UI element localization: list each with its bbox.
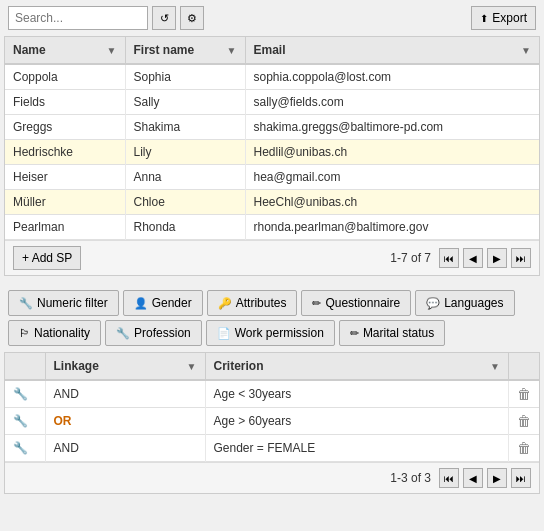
settings-button[interactable]: ⚙	[180, 6, 204, 30]
main-table-section: Name ▼ First name ▼ Email ▼	[4, 36, 540, 276]
sort-arrow-linkage: ▼	[187, 361, 197, 372]
criteria-pagination: 1-3 of 3 ⏮ ◀ ▶ ⏭	[390, 468, 531, 488]
cell-firstname: Sophia	[125, 64, 245, 90]
criteria-col-criterion[interactable]: Criterion ▼	[205, 353, 509, 380]
cell-email: HeeChl@unibas.ch	[245, 190, 539, 215]
filter-tab-icon: 👤	[134, 297, 148, 310]
cell-email: sally@fields.com	[245, 90, 539, 115]
criteria-cell-delete[interactable]: 🗑	[509, 435, 540, 462]
refresh-button[interactable]: ↺	[152, 6, 176, 30]
crit-pag-last[interactable]: ⏭	[511, 468, 531, 488]
export-button[interactable]: ⬆ Export	[471, 6, 536, 30]
add-sp-button[interactable]: + Add SP	[13, 246, 81, 270]
criteria-cell-icon: 🔧	[5, 380, 45, 408]
criteria-cell-criterion: Age > 60years	[205, 408, 509, 435]
wrench-icon: 🔧	[13, 387, 28, 401]
criteria-row: 🔧 AND Gender = FEMALE 🗑	[5, 435, 539, 462]
cell-email: sophia.coppola@lost.com	[245, 64, 539, 90]
cell-email: shakima.greggs@baltimore-pd.com	[245, 115, 539, 140]
main-table: Name ▼ First name ▼ Email ▼	[5, 37, 539, 240]
cell-email: Hedlil@unibas.ch	[245, 140, 539, 165]
export-label: Export	[492, 11, 527, 25]
filter-tab-icon: 🏳	[19, 327, 30, 339]
filter-tab-gender[interactable]: 👤Gender	[123, 290, 203, 316]
filter-tab-label: Numeric filter	[37, 296, 108, 310]
crit-pag-prev[interactable]: ◀	[463, 468, 483, 488]
filter-tab-label: Profession	[134, 326, 191, 340]
cell-firstname: Chloe	[125, 190, 245, 215]
cell-name: Coppola	[5, 64, 125, 90]
export-icon: ⬆	[480, 13, 488, 24]
cell-name: Heiser	[5, 165, 125, 190]
filter-tab-profession[interactable]: 🔧Profession	[105, 320, 202, 346]
crit-pag-first[interactable]: ⏮	[439, 468, 459, 488]
pag-prev[interactable]: ◀	[463, 248, 483, 268]
filter-tabs: 🔧Numeric filter👤Gender🔑Attributes✏Questi…	[4, 284, 540, 352]
filter-tab-languages[interactable]: 💬Languages	[415, 290, 514, 316]
cell-email: hea@gmail.com	[245, 165, 539, 190]
filter-tab-label: Nationality	[34, 326, 90, 340]
criteria-cell-icon: 🔧	[5, 408, 45, 435]
table-row[interactable]: Hedrischke Lily Hedlil@unibas.ch	[5, 140, 539, 165]
settings-icon: ⚙	[187, 12, 197, 25]
cell-name: Müller	[5, 190, 125, 215]
search-input[interactable]	[8, 6, 148, 30]
filter-tab-nationality[interactable]: 🏳Nationality	[8, 320, 101, 346]
pagination-text: 1-7 of 7	[390, 251, 431, 265]
pag-last[interactable]: ⏭	[511, 248, 531, 268]
cell-firstname: Sally	[125, 90, 245, 115]
criteria-cell-delete[interactable]: 🗑	[509, 380, 540, 408]
delete-icon[interactable]: 🗑	[517, 386, 531, 402]
criteria-row: 🔧 AND Age < 30years 🗑	[5, 380, 539, 408]
criteria-table: Linkage ▼ Criterion ▼ 🔧 AND Age < 30year…	[5, 353, 539, 462]
criteria-cell-linkage: AND	[45, 435, 205, 462]
col-header-email[interactable]: Email ▼	[245, 37, 539, 64]
filter-tab-icon: 🔧	[116, 327, 130, 340]
filter-tab-work-permission[interactable]: 📄Work permission	[206, 320, 335, 346]
delete-icon[interactable]: 🗑	[517, 440, 531, 456]
table-row[interactable]: Müller Chloe HeeChl@unibas.ch	[5, 190, 539, 215]
criteria-cell-criterion: Gender = FEMALE	[205, 435, 509, 462]
sort-arrow-email: ▼	[521, 45, 531, 56]
filter-section: 🔧Numeric filter👤Gender🔑Attributes✏Questi…	[4, 284, 540, 352]
criteria-cell-delete[interactable]: 🗑	[509, 408, 540, 435]
filter-tab-attributes[interactable]: 🔑Attributes	[207, 290, 298, 316]
cell-email: rhonda.pearlman@baltimore.gov	[245, 215, 539, 240]
wrench-icon: 🔧	[13, 441, 28, 455]
criteria-col-linkage[interactable]: Linkage ▼	[45, 353, 205, 380]
pag-first[interactable]: ⏮	[439, 248, 459, 268]
delete-icon[interactable]: 🗑	[517, 413, 531, 429]
filter-tab-numeric-filter[interactable]: 🔧Numeric filter	[8, 290, 119, 316]
filter-tab-questionnaire[interactable]: ✏Questionnaire	[301, 290, 411, 316]
criteria-cell-icon: 🔧	[5, 435, 45, 462]
filter-tab-icon: 🔑	[218, 297, 232, 310]
table-row[interactable]: Fields Sally sally@fields.com	[5, 90, 539, 115]
criteria-col-icon	[5, 353, 45, 380]
col-header-firstname[interactable]: First name ▼	[125, 37, 245, 64]
table-row[interactable]: Greggs Shakima shakima.greggs@baltimore-…	[5, 115, 539, 140]
criteria-cell-linkage: OR	[45, 408, 205, 435]
cell-name: Pearlman	[5, 215, 125, 240]
criteria-row: 🔧 OR Age > 60years 🗑	[5, 408, 539, 435]
pagination: 1-7 of 7 ⏮ ◀ ▶ ⏭	[390, 248, 531, 268]
wrench-icon: 🔧	[13, 414, 28, 428]
table-row[interactable]: Pearlman Rhonda rhonda.pearlman@baltimor…	[5, 215, 539, 240]
filter-tab-icon: 📄	[217, 327, 231, 340]
cell-firstname: Anna	[125, 165, 245, 190]
top-bar: ↺ ⚙ ⬆ Export	[0, 0, 544, 36]
table-row[interactable]: Coppola Sophia sophia.coppola@lost.com	[5, 64, 539, 90]
filter-tab-marital-status[interactable]: ✏Marital status	[339, 320, 445, 346]
table-row[interactable]: Heiser Anna hea@gmail.com	[5, 165, 539, 190]
crit-pag-next[interactable]: ▶	[487, 468, 507, 488]
filter-tab-icon: 🔧	[19, 297, 33, 310]
refresh-icon: ↺	[160, 12, 169, 25]
pag-next[interactable]: ▶	[487, 248, 507, 268]
criteria-pagination-text: 1-3 of 3	[390, 471, 431, 485]
filter-tab-icon: ✏	[350, 327, 359, 340]
filter-tab-label: Marital status	[363, 326, 434, 340]
filter-tab-label: Attributes	[236, 296, 287, 310]
sort-arrow-criterion: ▼	[490, 361, 500, 372]
cell-name: Greggs	[5, 115, 125, 140]
sort-arrow-firstname: ▼	[227, 45, 237, 56]
col-header-name[interactable]: Name ▼	[5, 37, 125, 64]
